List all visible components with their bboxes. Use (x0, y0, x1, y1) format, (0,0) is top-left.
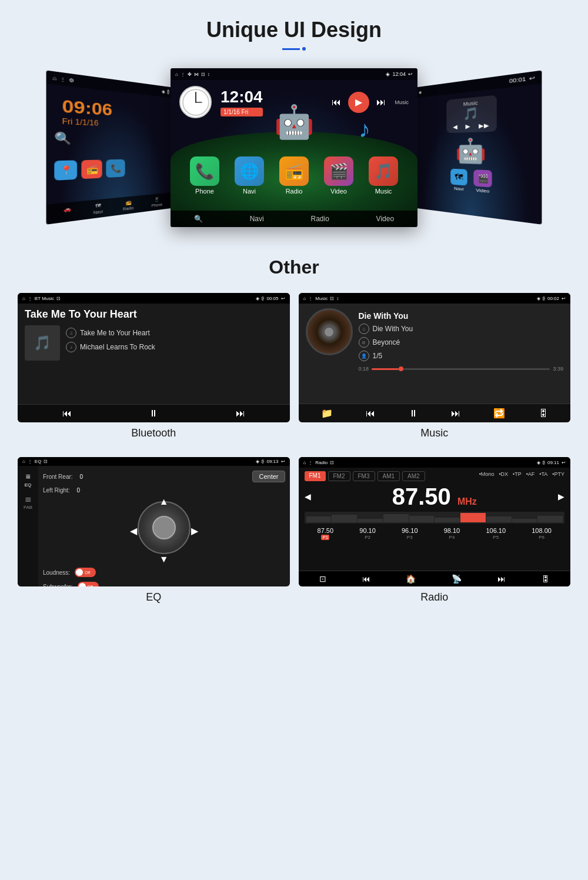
vinyl-center (325, 328, 333, 336)
radio-next-btn[interactable]: ⏭ (497, 574, 506, 584)
magnify-icon[interactable]: 🔍 (194, 215, 203, 223)
radio-prev-btn[interactable]: ⏮ (362, 574, 370, 584)
preset-2-label: P2 (365, 535, 370, 540)
toggle-dot-loudness (76, 569, 83, 576)
c-navi-bottom[interactable]: Navi (250, 215, 264, 223)
m-artist: Beyoncé (373, 338, 400, 346)
screenshot-grid: ⌂ ⋮ BT Music ⊡ ◈ ₿ 00:05 ↩ Take Me To Yo… (0, 287, 588, 624)
section1-header: Unique UI Design (0, 0, 588, 56)
next-btn[interactable]: ⏭ (376, 97, 386, 108)
m-repeat-btn[interactable]: 🔁 (493, 408, 505, 419)
radio-controls: ⊡ ⏮ 🏠 📡 ⏭ 🎛 (299, 571, 571, 586)
radio-extra-btn[interactable]: ⊡ (319, 574, 326, 584)
preset-2[interactable]: 90.10 P2 (359, 527, 376, 540)
radio-bottom-item[interactable]: 📻 Radio (123, 199, 134, 211)
preset-5[interactable]: 106.10 P5 (486, 527, 506, 540)
navi-nav-label: Navi (243, 188, 256, 195)
music2-screen: ⌂ ⋮ Music ⊡ ↕ ◈ ₿ 00:02 ↩ (299, 293, 571, 422)
eq-tab-fab[interactable]: ≣ FAB (19, 493, 37, 511)
preset-6-freq: 108.00 (532, 527, 552, 534)
radio-home-btn[interactable]: 🏠 (406, 574, 416, 584)
m-eq-btn[interactable]: 🎛 (539, 408, 548, 419)
freq-right-arrow[interactable]: ▶ (558, 492, 564, 501)
car-icon-item[interactable]: 🚗 (64, 206, 71, 218)
r2-bt-icon: ₿ (543, 460, 545, 465)
c-menu-icon: ⋮ (181, 72, 185, 77)
music-nav-item[interactable]: 🎵 Music (369, 156, 398, 195)
bt-pause-btn[interactable]: ⏸ (149, 408, 158, 419)
video-nav-item[interactable]: 🎬 Video (324, 156, 353, 195)
r2-back-icon: ↩ (562, 460, 566, 465)
r-navi-label: Navi (454, 186, 463, 192)
center-btn[interactable]: Center (252, 471, 285, 482)
progress-container: 0:18 3:39 (359, 366, 564, 372)
phone-bottom-item[interactable]: 📱 Phone (152, 196, 162, 208)
track-icon: ♫ (66, 328, 76, 338)
subwoofer-toggle[interactable]: Off (78, 582, 99, 586)
loudness-toggle[interactable]: Off (75, 568, 96, 577)
radio-tab-fm2[interactable]: FM2 (328, 471, 350, 481)
r-video-item[interactable]: 🎬 Video (473, 169, 492, 194)
radio-nav-item[interactable]: 📻 Radio (279, 156, 309, 195)
right-arrow-icon[interactable]: ▶ (191, 525, 198, 536)
radio-tab-am2[interactable]: AM2 (402, 471, 425, 481)
radio-label: Radio (123, 206, 134, 211)
bt-next-btn[interactable]: ⏭ (236, 408, 245, 419)
freq-bar-7 (486, 516, 512, 522)
eq-wheel[interactable] (138, 501, 191, 554)
radio-content: FM1 FM2 FM3 AM1 AM2 •Mono •DX •TP •AF •T… (299, 468, 571, 571)
r-play[interactable]: ▶ (466, 123, 470, 129)
bt-content: Take Me To Your Heart 🎵 ♫ Take Me to You… (18, 304, 290, 404)
radio-eq-btn[interactable]: 🎛 (542, 574, 550, 584)
m-prev-btn[interactable]: ⏮ (366, 408, 375, 419)
radio-antenna-btn[interactable]: 📡 (452, 574, 462, 584)
c-radio-bottom[interactable]: Radio (310, 215, 329, 223)
freq-left-arrow[interactable]: ◀ (305, 492, 311, 501)
time-total: 3:39 (553, 366, 563, 372)
m-folder-btn[interactable]: 📁 (321, 408, 333, 419)
navi-nav-box: 🌐 (235, 156, 264, 186)
play-btn[interactable]: ▶ (348, 92, 369, 113)
eq-main: Front Rear: 0 Center Left Right: 0 (38, 466, 290, 586)
settings-icon: ⚙ (69, 77, 74, 84)
down-arrow-icon[interactable]: ▼ (159, 554, 169, 565)
eq-tab-eq[interactable]: ≡ EQ (19, 471, 37, 488)
preset-1[interactable]: 87.50 P1 (318, 527, 334, 540)
freq-bar-9 (537, 516, 563, 522)
navi-nav-item[interactable]: 🌐 Navi (235, 156, 264, 195)
artist-icon: ♪ (66, 342, 76, 352)
m-next-btn[interactable]: ⏭ (451, 408, 460, 419)
prev-btn[interactable]: ⏮ (332, 97, 341, 108)
bt-track-name: Take Me to Your Heart (80, 329, 150, 337)
progress-bar[interactable] (372, 368, 550, 370)
preset-4[interactable]: 98.10 P4 (444, 527, 460, 540)
up-arrow-icon[interactable]: ▲ (159, 496, 169, 507)
preset-3[interactable]: 96.10 P3 (402, 527, 418, 540)
radio-icon[interactable]: 📻 (81, 160, 102, 179)
eq-screenshot: ⌂ ⋮ EQ ⊡ ◈ ₿ 09:13 ↩ ≡ (18, 457, 290, 586)
play-icon: ▶ (355, 96, 362, 108)
eq-wheel-container: ▲ ▼ ◀ ▶ (43, 501, 285, 560)
navi-icon[interactable]: 📍 (54, 160, 77, 181)
r2-time: 09:11 (547, 460, 559, 465)
radio-tab-am1[interactable]: AM1 (377, 471, 400, 481)
radio-tab-fm3[interactable]: FM3 (353, 471, 375, 481)
right-panel: ◈ 00:01 ↩ Music 🎵 ◀ ▶ ▶▶ 🤖 (415, 71, 542, 225)
eq-sidebar: ≡ EQ ≣ FAB (18, 466, 38, 586)
radio-tab-fm1[interactable]: FM1 (305, 471, 326, 481)
phone-icon[interactable]: 📞 (106, 159, 125, 178)
preset-6[interactable]: 108.00 P6 (532, 527, 552, 540)
phone-nav-item[interactable]: 📞 Phone (190, 156, 219, 195)
m-pause-btn[interactable]: ⏸ (409, 408, 418, 419)
r-navi-item[interactable]: 🗺 Navi (450, 169, 467, 192)
eq-gps-icon: ◈ (256, 459, 259, 464)
r2-gps-icon: ◈ (537, 460, 540, 465)
music-label: Music (395, 99, 409, 105)
r-next[interactable]: ▶▶ (479, 122, 489, 129)
left-arrow-icon[interactable]: ◀ (130, 525, 137, 536)
navi-bottom-item[interactable]: 🗺 Navi (93, 203, 103, 215)
bt-track-name-item: ♫ Take Me to Your Heart (66, 328, 155, 338)
r-prev[interactable]: ◀ (453, 124, 458, 130)
c-video-bottom[interactable]: Video (376, 215, 394, 223)
bt-prev-btn[interactable]: ⏮ (62, 408, 72, 419)
